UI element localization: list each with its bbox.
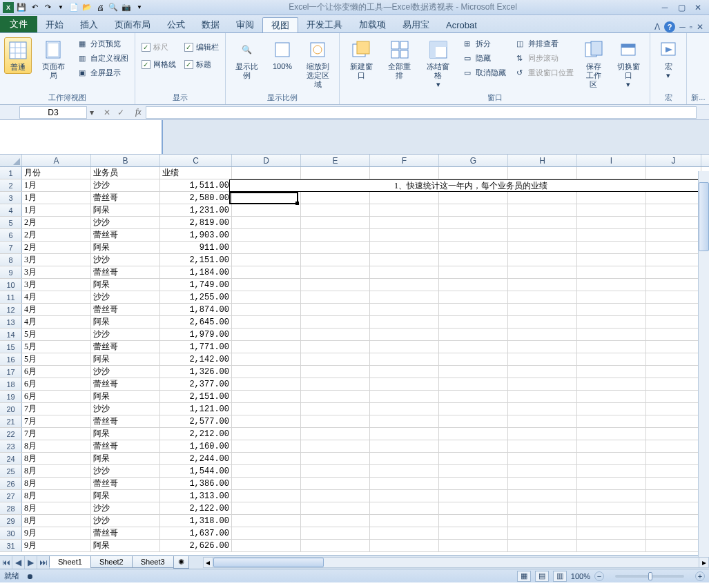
cell[interactable] [370, 304, 439, 315]
tab-开始[interactable]: 开始 [37, 17, 72, 32]
cell[interactable] [370, 428, 439, 440]
cell[interactable] [646, 304, 701, 315]
cell[interactable] [370, 254, 439, 266]
cell[interactable]: 阿呆 [91, 279, 160, 291]
cell[interactable]: 沙沙 [91, 217, 160, 228]
cell[interactable] [508, 378, 577, 390]
sheet-nav-first[interactable]: ⏮ [0, 556, 12, 569]
cell[interactable] [508, 428, 577, 440]
cell[interactable]: 沙沙 [91, 366, 160, 378]
cell[interactable]: 911.00 [160, 242, 232, 253]
cell[interactable] [577, 527, 646, 539]
cell[interactable] [508, 192, 577, 204]
cell[interactable]: 阿呆 [91, 316, 160, 328]
zoom-slider[interactable] [615, 575, 684, 578]
cell[interactable] [508, 515, 577, 527]
cell[interactable] [370, 266, 439, 278]
cell[interactable] [646, 490, 701, 502]
row-header[interactable]: 20 [0, 403, 22, 415]
cell[interactable] [301, 465, 370, 477]
cell[interactable] [232, 204, 301, 216]
cell[interactable] [232, 353, 301, 365]
cell[interactable] [232, 279, 301, 291]
cell[interactable] [301, 167, 370, 179]
cell[interactable] [577, 415, 646, 427]
full-screen-button[interactable]: ▣全屏显示 [75, 66, 130, 79]
qat-more-icon[interactable]: ▼ [134, 2, 145, 13]
cell[interactable] [508, 266, 577, 278]
cell[interactable] [508, 291, 577, 303]
hide-button[interactable]: ▭隐藏 [460, 52, 508, 64]
cell[interactable] [232, 453, 301, 464]
zoom-level[interactable]: 100% [571, 572, 590, 580]
cell[interactable] [232, 329, 301, 340]
cell[interactable] [439, 540, 508, 551]
reset-window-button[interactable]: ↺重设窗口位置 [512, 66, 576, 79]
cell[interactable]: 沙沙 [91, 515, 160, 527]
cell[interactable]: 3月 [22, 254, 91, 266]
cell[interactable]: 1,184.00 [160, 266, 232, 278]
cell[interactable] [577, 465, 646, 477]
spreadsheet-grid[interactable]: 1、快速统计这一年内，每个业务员的业绩 1月份业务员业绩21月沙沙1,511.0… [0, 167, 709, 555]
row-header[interactable]: 31 [0, 540, 22, 551]
cell[interactable]: 1,326.00 [160, 366, 232, 378]
cell[interactable]: 沙沙 [91, 291, 160, 303]
qat-dropdown-icon[interactable]: ▼ [55, 2, 66, 13]
sheet-tab-1[interactable]: Sheet1 [49, 556, 91, 568]
cell[interactable] [646, 353, 701, 365]
cell[interactable] [232, 527, 301, 539]
column-header-E[interactable]: E [301, 155, 370, 166]
cell[interactable] [439, 378, 508, 390]
column-header-G[interactable]: G [439, 155, 508, 166]
cell[interactable] [577, 217, 646, 228]
cell[interactable] [439, 527, 508, 539]
cell[interactable] [646, 217, 701, 228]
cell[interactable] [439, 329, 508, 340]
cell[interactable]: 业务员 [91, 167, 160, 179]
cell[interactable] [370, 204, 439, 216]
cell[interactable] [370, 465, 439, 477]
cell[interactable] [232, 428, 301, 440]
cell[interactable] [577, 490, 646, 502]
cell[interactable]: 阿呆 [91, 453, 160, 464]
cell[interactable] [577, 229, 646, 241]
row-header[interactable]: 4 [0, 204, 22, 216]
cell[interactable] [439, 266, 508, 278]
cell[interactable] [439, 192, 508, 204]
cell[interactable] [439, 428, 508, 440]
cell[interactable] [232, 167, 301, 179]
cell[interactable] [577, 440, 646, 452]
cell[interactable]: 1,318.00 [160, 515, 232, 527]
cell[interactable] [646, 192, 701, 204]
cell[interactable]: 9月 [22, 527, 91, 539]
cell[interactable] [370, 391, 439, 402]
cell[interactable] [508, 329, 577, 340]
cell[interactable]: 4月 [22, 316, 91, 328]
cell[interactable] [301, 341, 370, 353]
cell[interactable] [439, 229, 508, 241]
cell[interactable] [646, 204, 701, 216]
cell[interactable] [646, 329, 701, 340]
cell[interactable] [577, 378, 646, 390]
cell[interactable]: 阿呆 [91, 242, 160, 253]
headings-checkbox[interactable]: ✓标题 [182, 59, 221, 70]
cell[interactable] [577, 391, 646, 402]
cell[interactable] [370, 403, 439, 415]
cell[interactable] [508, 490, 577, 502]
cell[interactable] [439, 502, 508, 514]
cell[interactable] [439, 465, 508, 477]
hscroll-left-icon[interactable]: ◂ [204, 558, 213, 567]
cell[interactable] [301, 502, 370, 514]
cell[interactable]: 1,313.00 [160, 490, 232, 502]
cell[interactable] [301, 478, 370, 489]
zoom-out-button[interactable]: − [594, 571, 604, 581]
cell[interactable]: 1,637.00 [160, 527, 232, 539]
cell[interactable] [508, 229, 577, 241]
cell[interactable]: 蕾丝哥 [91, 341, 160, 353]
row-header[interactable]: 17 [0, 366, 22, 378]
excel-icon[interactable]: X [3, 2, 14, 13]
cell[interactable] [439, 478, 508, 489]
cell[interactable]: 蕾丝哥 [91, 304, 160, 315]
cell[interactable] [370, 341, 439, 353]
cell[interactable] [301, 192, 370, 204]
